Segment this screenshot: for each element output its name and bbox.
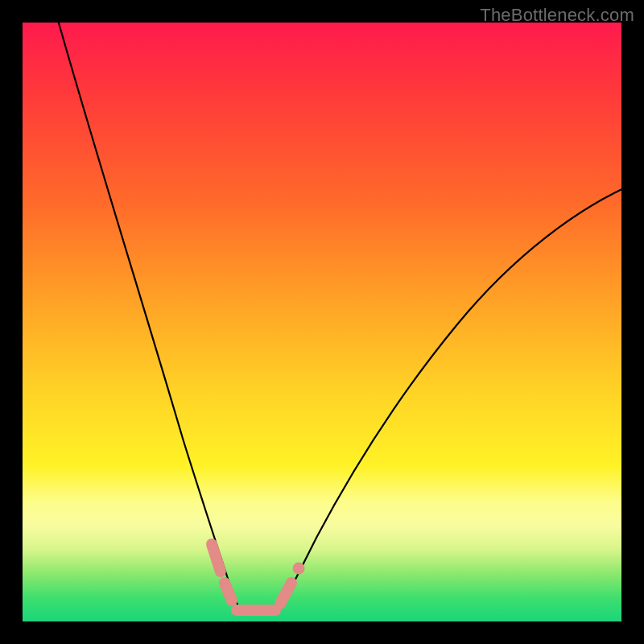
chart-svg <box>23 23 621 621</box>
right-curve <box>276 184 634 613</box>
marker-segment <box>280 583 291 604</box>
marker-segment <box>225 583 232 601</box>
watermark-text: TheBottleneck.com <box>480 5 634 26</box>
marker-group <box>212 544 305 610</box>
marker-dot <box>293 563 305 575</box>
chart-plot-area <box>23 23 621 621</box>
left-curve <box>56 14 242 613</box>
marker-segment <box>212 544 221 572</box>
